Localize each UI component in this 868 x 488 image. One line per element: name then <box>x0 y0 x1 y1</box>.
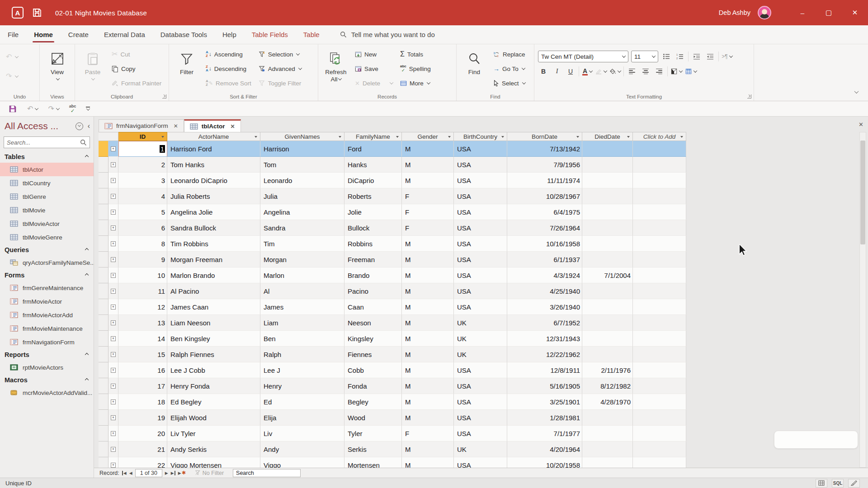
nav-item-tblActor[interactable]: tblActor <box>0 163 94 176</box>
cell-actor[interactable]: Henry Fonda <box>167 378 260 394</box>
record-selector[interactable] <box>99 267 108 283</box>
cell-given[interactable]: Julia <box>260 188 344 204</box>
table-row[interactable]: +22Viggo MortensenViggoMortensenMUSA10/2… <box>99 457 686 468</box>
cell-died[interactable]: 8/12/1982 <box>582 378 633 394</box>
cell-family[interactable]: Hanks <box>344 157 402 173</box>
cell-family[interactable]: Cobb <box>344 362 402 378</box>
cell-born[interactable]: 12/22/1962 <box>507 347 582 362</box>
cell-gender[interactable]: M <box>402 141 454 157</box>
table-row[interactable]: +6Sandra BullockSandraBullockFUSA7/26/19… <box>99 220 686 236</box>
remove-sort-button[interactable]: AZ✎ Remove Sort <box>203 76 254 90</box>
cell-country[interactable]: USA <box>454 378 507 394</box>
nav-section-tables[interactable]: Tables <box>0 151 94 163</box>
table-row[interactable]: +9Morgan FreemanMorganFreemanMUSA6/1/193… <box>99 252 686 267</box>
cell-gender[interactable]: M <box>402 173 454 188</box>
cell-died[interactable] <box>582 141 633 157</box>
cell-actor[interactable]: Al Pacino <box>167 283 260 299</box>
cell-died[interactable] <box>582 426 633 441</box>
cell-born[interactable]: 4/25/1940 <box>507 283 582 299</box>
record-selector[interactable] <box>99 157 108 173</box>
cell-add[interactable] <box>633 141 686 157</box>
nav-item-tblCountry[interactable]: tblCountry <box>0 176 94 190</box>
qat-customize-button[interactable] <box>86 107 90 111</box>
cell-gender[interactable]: M <box>402 378 454 394</box>
alternate-row-color-button[interactable] <box>685 66 697 77</box>
table-row[interactable]: +15Ralph FiennesRalphFiennesMUK12/22/196… <box>99 347 686 362</box>
cell-gender[interactable]: M <box>402 347 454 362</box>
design-view-button[interactable] <box>848 479 860 488</box>
selection-button[interactable]: Selection <box>256 47 304 61</box>
refresh-all-button[interactable]: Refresh All <box>322 47 350 90</box>
record-selector[interactable] <box>99 141 108 157</box>
cell-country[interactable]: USA <box>454 252 507 267</box>
table-row[interactable]: +12James CaanJamesCaanMUSA3/26/1940 <box>99 299 686 315</box>
table-row[interactable]: +5Angelina JolieAngelinaJolieFUSA6/4/197… <box>99 204 686 220</box>
column-dropdown-icon[interactable] <box>576 136 579 138</box>
record-selector[interactable] <box>99 426 108 441</box>
save-icon[interactable] <box>32 7 42 18</box>
cell-country[interactable]: USA <box>454 362 507 378</box>
cell-gender[interactable]: M <box>402 362 454 378</box>
cell-family[interactable]: Serkis <box>344 441 402 457</box>
cell-gender[interactable]: M <box>402 283 454 299</box>
cell-died[interactable] <box>582 173 633 188</box>
cell-died[interactable] <box>582 347 633 362</box>
record-search-input[interactable]: Search <box>233 469 301 477</box>
record-selector[interactable] <box>99 378 108 394</box>
cell-actor[interactable]: Tom Hanks <box>167 157 260 173</box>
replace-button[interactable]: bc Replace <box>491 47 528 61</box>
cell-born[interactable]: 7/1/1977 <box>507 426 582 441</box>
expand-record-button[interactable]: + <box>108 457 118 468</box>
expand-record-button[interactable]: + <box>108 204 118 220</box>
column-header-ID[interactable]: ID <box>118 132 167 141</box>
cell-country[interactable]: USA <box>454 410 507 426</box>
font-family-select[interactable]: Tw Cen MT (Detail) <box>538 51 628 62</box>
qat-spelling-button[interactable]: abc✓ <box>69 104 76 113</box>
restore-button[interactable]: ▢ <box>816 0 842 25</box>
nav-item-tblMovie[interactable]: tblMovie <box>0 203 94 217</box>
cell-id[interactable]: 11 <box>118 283 167 299</box>
paste-button[interactable]: Paste <box>79 47 107 90</box>
filter-status[interactable]: No Filter <box>195 470 224 476</box>
cell-born[interactable]: 4/20/1964 <box>507 441 582 457</box>
cell-gender[interactable]: F <box>402 188 454 204</box>
decrease-indent-button[interactable] <box>691 51 702 62</box>
rtl-paragraph-button[interactable]: >¶ <box>722 51 732 62</box>
record-selector[interactable] <box>99 347 108 362</box>
column-header-Click-to-Add[interactable]: Click to Add <box>633 132 686 141</box>
cell-add[interactable] <box>633 188 686 204</box>
cell-id[interactable]: 3 <box>118 173 167 188</box>
cell-add[interactable] <box>633 267 686 283</box>
cell-died[interactable] <box>582 220 633 236</box>
column-header-Gender[interactable]: Gender <box>402 132 454 141</box>
record-selector[interactable] <box>99 315 108 331</box>
cell-id[interactable]: 20 <box>118 426 167 441</box>
cell-add[interactable] <box>633 457 686 468</box>
new-blank-record-button[interactable]: ▶✱ <box>178 470 186 476</box>
cell-id[interactable]: 10 <box>118 267 167 283</box>
table-row[interactable]: +18Ed BegleyEdBegleyMUSA3/25/19014/28/19… <box>99 394 686 410</box>
cell-actor[interactable]: Elijah Wood <box>167 410 260 426</box>
cell-add[interactable] <box>633 204 686 220</box>
column-dropdown-icon[interactable] <box>680 136 683 138</box>
record-selector[interactable] <box>99 188 108 204</box>
copy-button[interactable]: Copy <box>109 61 164 76</box>
cell-died[interactable]: 7/1/2004 <box>582 267 633 283</box>
close-button[interactable]: ✕ <box>842 0 868 25</box>
sort-ascending-button[interactable]: AZ↓ Ascending <box>203 47 254 61</box>
cell-country[interactable]: USA <box>454 220 507 236</box>
cell-family[interactable]: Pacino <box>344 283 402 299</box>
table-row[interactable]: +19Elijah WoodElijaWoodMUSA1/28/1981 <box>99 410 686 426</box>
avatar[interactable] <box>758 6 771 19</box>
cell-gender[interactable]: M <box>402 299 454 315</box>
sort-descending-button[interactable]: ZA↓ Descending <box>203 61 254 76</box>
cell-given[interactable]: Liv <box>260 426 344 441</box>
nav-item-qryActorsFamilyNameSe[interactable]: qryActorsFamilyNameSe... <box>0 256 94 269</box>
toggle-filter-button[interactable]: Toggle Filter <box>256 76 304 90</box>
cell-given[interactable]: Al <box>260 283 344 299</box>
cell-country[interactable]: USA <box>454 299 507 315</box>
background-color-button[interactable] <box>609 66 621 77</box>
record-selector[interactable] <box>99 457 108 468</box>
cell-born[interactable]: 11/11/1974 <box>507 173 582 188</box>
cell-family[interactable]: Jolie <box>344 204 402 220</box>
